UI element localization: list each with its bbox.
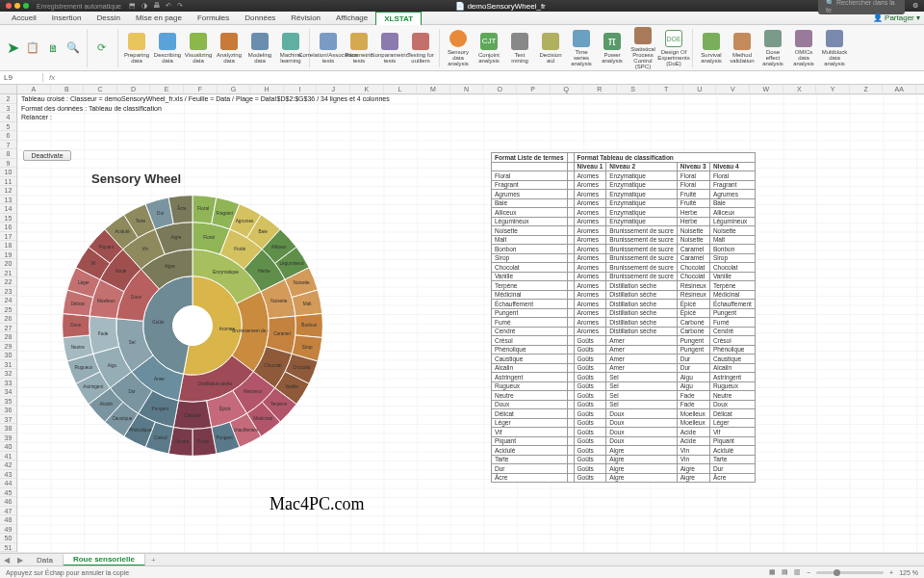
btn-power[interactable]: πPower analysis	[598, 27, 627, 69]
tab-revision[interactable]: Révision	[283, 12, 328, 24]
tab-mise-en-page[interactable]: Mise en page	[128, 12, 190, 24]
refresh-icon[interactable]: ⟳	[92, 39, 110, 57]
btn-parametric[interactable]: Parametric tests	[345, 27, 373, 69]
sheet-tabs: ◀ ▶ Data Roue sensorielle +	[0, 553, 924, 565]
btn-doe[interactable]: DOEDesign Of Experiments (DoE)	[659, 27, 688, 69]
svg-text:Léger: Léger	[78, 280, 90, 285]
svg-point-60	[172, 305, 212, 345]
svg-text:Pungent: Pungent	[217, 435, 234, 440]
doc-icon[interactable]: 🗎	[44, 39, 62, 57]
settings-icon[interactable]: ⚙	[912, 2, 918, 10]
svg-text:Aigre: Aigre	[170, 234, 181, 239]
btn-multiblock[interactable]: Multiblock data analysis	[820, 27, 849, 69]
tab-donnees[interactable]: Données	[237, 12, 283, 24]
tab-affichage[interactable]: Affichage	[328, 12, 375, 24]
svg-text:Acidulé: Acidulé	[115, 229, 130, 234]
svg-text:Vanille: Vanille	[285, 384, 298, 389]
btn-visualizing-data[interactable]: Visualizing data	[184, 27, 213, 69]
spreadsheet-grid[interactable]: 2345678910111213141516171819202122232425…	[0, 94, 924, 552]
svg-text:Floral: Floral	[197, 206, 209, 211]
column-headers[interactable]: ABCDEFGHIJKLMNOPQRSTUVWXYZAA	[0, 85, 924, 94]
btn-analyzing-data[interactable]: Analyzing data	[215, 27, 244, 69]
svg-text:Dur: Dur	[128, 389, 136, 394]
svg-text:Baie: Baie	[258, 229, 268, 234]
svg-text:Âcre: Âcre	[177, 205, 187, 211]
svg-text:Fumé: Fumé	[197, 439, 209, 444]
zoom-slider[interactable]	[816, 571, 884, 574]
btn-time-series[interactable]: Time series analysis	[567, 27, 596, 69]
name-box[interactable]: L9	[0, 73, 43, 82]
svg-text:Chocolat: Chocolat	[293, 365, 311, 370]
btn-outliers[interactable]: Testing for outliers	[406, 27, 435, 69]
cell-b3: Format des données : Tableau de classifi…	[21, 105, 162, 112]
btn-nonparametric[interactable]: Nonparametric tests	[375, 27, 404, 69]
svg-text:Vif: Vif	[90, 261, 96, 266]
svg-text:Astringent: Astringent	[83, 384, 104, 389]
sheet-tab-data[interactable]: Data	[27, 555, 64, 565]
btn-describing-data[interactable]: Describing data	[153, 27, 182, 69]
tab-insertion[interactable]: Insertion	[44, 12, 90, 24]
btn-preparing-data[interactable]: Preparing data	[122, 27, 151, 69]
sheet-nav-prev[interactable]: ◀	[0, 556, 13, 565]
svg-text:Herbe: Herbe	[258, 269, 270, 274]
svg-text:Piquant: Piquant	[98, 244, 114, 249]
svg-text:Pungent: Pungent	[152, 407, 169, 411]
zoom-out[interactable]: −	[807, 569, 810, 576]
tab-accueil[interactable]: Accueil	[4, 12, 44, 24]
add-sheet-button[interactable]: +	[145, 556, 162, 565]
btn-method[interactable]: Method validation	[728, 27, 757, 69]
tab-xlstat[interactable]: XLSTAT	[375, 12, 422, 25]
search-input[interactable]: 🔍 Rechercher dans la fe	[818, 0, 905, 14]
btn-survival[interactable]: Survival analysis	[697, 27, 726, 69]
sheet-nav-next[interactable]: ▶	[13, 556, 27, 565]
window-controls[interactable]	[6, 3, 29, 9]
quick-access-toolbar[interactable]: ⬒◑🖶↶↷	[129, 2, 183, 10]
svg-text:Médicinal: Médicinal	[253, 416, 272, 421]
status-bar: Appuyez sur Échap pour annuler la copie …	[0, 565, 924, 578]
btn-omics[interactable]: OMICs data analysis	[789, 27, 818, 69]
svg-text:Fragrant: Fragrant	[216, 211, 233, 216]
status-hint: Appuyez sur Échap pour annuler la copie	[6, 569, 129, 576]
view-page-icon[interactable]: ▤	[782, 568, 788, 576]
svg-text:Tarte: Tarte	[136, 219, 146, 223]
sheet-tab-roue[interactable]: Roue sensorielle	[64, 554, 145, 566]
svg-text:Aigu: Aigu	[108, 363, 117, 368]
svg-text:Chocolat: Chocolat	[264, 363, 282, 368]
svg-text:Noisette: Noisette	[294, 280, 310, 285]
ribbon: ➤ 📋 🗎 🔍 ⟳ Preparing data Describing data…	[0, 25, 924, 71]
svg-text:Carboné: Carboné	[184, 413, 201, 418]
view-normal-icon[interactable]: ▦	[769, 568, 776, 576]
deactivate-button[interactable]: Deactivate	[23, 150, 71, 161]
svg-text:Sel: Sel	[129, 340, 136, 345]
tab-dessin[interactable]: Dessin	[89, 12, 127, 24]
zoom-level: 125 %	[899, 569, 918, 576]
svg-text:Noisette: Noisette	[270, 299, 287, 303]
btn-modeling-data[interactable]: Modeling data	[245, 27, 274, 69]
svg-text:Agrumes: Agrumes	[236, 219, 254, 223]
btn-correlation[interactable]: Correlation/Association tests	[314, 27, 343, 69]
btn-spc[interactable]: Statistical Process Control (SPC)	[629, 27, 657, 69]
svg-text:Rugueux: Rugueux	[75, 365, 93, 370]
xlstat-run-icon[interactable]: ➤	[4, 39, 21, 57]
watermark: Mac4PC.com	[270, 494, 365, 514]
btn-sensory[interactable]: Sensory data analysis	[444, 27, 473, 69]
fx-icon[interactable]: fx	[43, 73, 61, 82]
search-icon[interactable]: 🔍	[64, 39, 82, 57]
row-headers[interactable]: 2345678910111213141516171819202122232425…	[0, 94, 17, 552]
zoom-in[interactable]: +	[889, 569, 893, 576]
btn-text-mining[interactable]: Text mining	[505, 27, 534, 69]
svg-text:Enzymatique: Enzymatique	[213, 270, 239, 275]
svg-text:Dur: Dur	[157, 211, 165, 216]
paste-icon[interactable]: 📋	[24, 39, 41, 57]
svg-text:Fruité: Fruité	[234, 247, 245, 251]
share-button[interactable]: 👤 Partager ▾	[873, 13, 920, 22]
tab-formules[interactable]: Formules	[190, 12, 237, 24]
btn-decision[interactable]: Decision aid	[536, 27, 565, 69]
svg-text:Amer: Amer	[154, 377, 166, 381]
ribbon-tabs: Accueil Insertion Dessin Mise en page Fo…	[0, 12, 924, 25]
view-break-icon[interactable]: ▥	[794, 568, 801, 576]
titlebar: Enregistrement automatique ⬒◑🖶↶↷ 📄 demoS…	[0, 0, 924, 12]
svg-text:Caustique: Caustique	[112, 416, 132, 421]
btn-dose[interactable]: Dose effect analysis	[758, 27, 787, 69]
btn-conjoint[interactable]: CJTConjoint analysis	[475, 27, 503, 69]
